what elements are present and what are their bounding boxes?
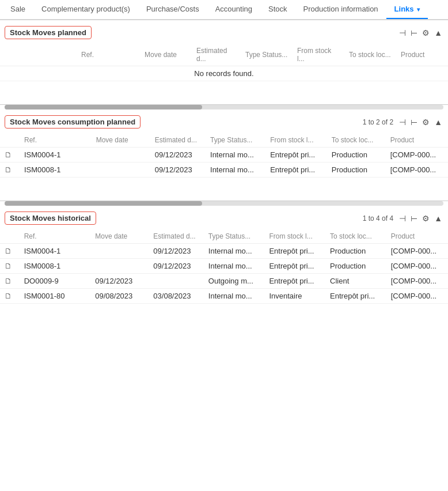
consumption-table-row[interactable]: 🗋 ISM0008-1 09/12/2023 Internal mo... En… — [0, 163, 448, 177]
planned-first-icon[interactable]: ⊣ — [398, 28, 407, 37]
section-consumption-planned: Stock Moves consumption planned 1 to 2 o… — [0, 104, 448, 201]
planned-next-icon[interactable]: ⊢ — [409, 28, 419, 37]
planned-collapse-icon[interactable]: ▲ — [433, 28, 443, 37]
section-historical: Stock Moves historical 1 to 4 of 4 ⊣ ⊢ ⚙… — [0, 201, 448, 304]
consumption-col-movedate: Move date — [92, 133, 150, 148]
historical-col-icon — [0, 229, 20, 244]
section-historical-controls: 1 to 4 of 4 ⊣ ⊢ ⚙ ▲ — [363, 214, 443, 223]
historical-col-to: To stock loc... — [325, 229, 386, 244]
consumption-row-movedate — [92, 148, 150, 163]
planned-gear-icon[interactable]: ⚙ — [421, 28, 431, 37]
historical-collapse-icon[interactable]: ▲ — [433, 214, 443, 223]
consumption-collapse-icon[interactable]: ▲ — [433, 118, 443, 127]
historical-gear-icon[interactable]: ⚙ — [421, 214, 431, 223]
consumption-row-to: Production — [327, 163, 386, 177]
consumption-col-to: To stock loc... — [327, 133, 386, 148]
consumption-next-icon[interactable]: ⊢ — [409, 118, 419, 127]
consumption-row-doc-icon: 🗋 — [0, 163, 20, 177]
consumption-row-ref: ISM0008-1 — [20, 163, 92, 177]
historical-row-estd: 09/12/2023 — [149, 244, 203, 259]
historical-row-to: Production — [325, 244, 386, 259]
section-planned-title: Stock Moves planned — [5, 26, 92, 39]
consumption-row-estd: 09/12/2023 — [150, 163, 206, 177]
planned-col-type: Type Status... — [241, 44, 293, 66]
historical-row-to: Entrepôt pri... — [325, 289, 386, 304]
historical-row-product: [COMP-000... — [386, 274, 448, 289]
historical-col-movedate: Move date — [90, 229, 149, 244]
historical-row-movedate — [90, 244, 149, 259]
consumption-gear-icon[interactable]: ⚙ — [421, 118, 431, 127]
historical-row-type: Internal mo... — [204, 289, 265, 304]
historical-row-type: Internal mo... — [204, 259, 265, 274]
tab-purchase-costs[interactable]: Purchase/Costs — [138, 0, 207, 19]
consumption-table-row[interactable]: 🗋 ISM0004-1 09/12/2023 Internal mo... En… — [0, 148, 448, 163]
consumption-row-estd: 09/12/2023 — [150, 148, 206, 163]
historical-row-movedate: 09/08/2023 — [90, 289, 149, 304]
planned-col-movedate: Move date — [140, 44, 192, 66]
consumption-pagination: 1 to 2 of 2 — [363, 118, 393, 126]
consumption-scroll-thumb — [5, 105, 202, 109]
tab-complementary[interactable]: Complementary product(s) — [33, 0, 138, 19]
planned-col-ref: Ref. — [77, 44, 140, 66]
tab-accounting[interactable]: Accounting — [207, 0, 260, 19]
planned-no-records-row: No records found. — [0, 66, 448, 81]
section-stock-moves-planned: Stock Moves planned ⊣ ⊢ ⚙ ▲ Ref. Move da… — [0, 20, 448, 104]
historical-table-header-row: Ref. Move date Estimated d... Type Statu… — [0, 229, 448, 244]
historical-row-ref: ISM0004-1 — [20, 244, 91, 259]
consumption-row-type: Internal mo... — [206, 148, 265, 163]
historical-pagination: 1 to 4 of 4 — [363, 214, 393, 222]
historical-scroll-strip[interactable] — [5, 201, 443, 206]
planned-table-header-row: Ref. Move date Estimated d... Type Statu… — [0, 44, 448, 66]
tab-stock[interactable]: Stock — [260, 0, 295, 19]
consumption-row-type: Internal mo... — [206, 163, 265, 177]
nav-tabs: Sale Complementary product(s) Purchase/C… — [0, 0, 448, 20]
historical-row-estd: 03/08/2023 — [149, 289, 203, 304]
section-consumption-title: Stock Moves consumption planned — [5, 115, 141, 129]
historical-table: Ref. Move date Estimated d... Type Statu… — [0, 229, 448, 304]
planned-no-records: No records found. — [0, 66, 448, 81]
historical-row-movedate: 09/12/2023 — [90, 274, 149, 289]
historical-row-ref: ISM0008-1 — [20, 259, 91, 274]
links-caret-icon: ▾ — [417, 6, 420, 13]
historical-table-row[interactable]: 🗋 ISM0008-1 09/12/2023 Internal mo... En… — [0, 259, 448, 274]
historical-table-row[interactable]: 🗋 DO0009-9 09/12/2023 Outgoing m... Entr… — [0, 274, 448, 289]
historical-scroll-thumb — [5, 201, 202, 206]
consumption-col-ref: Ref. — [20, 133, 92, 148]
consumption-col-estd: Estimated d... — [150, 133, 206, 148]
planned-col-estd: Estimated d... — [192, 44, 241, 66]
historical-row-ref: DO0009-9 — [20, 274, 91, 289]
tab-sale[interactable]: Sale — [2, 0, 33, 19]
historical-col-ref: Ref. — [20, 229, 91, 244]
historical-row-doc-icon: 🗋 — [0, 259, 20, 274]
historical-row-to: Production — [325, 259, 386, 274]
historical-table-row[interactable]: 🗋 ISM0001-80 09/08/2023 03/08/2023 Inter… — [0, 289, 448, 304]
tab-production-info[interactable]: Production information — [295, 0, 386, 19]
historical-row-from: Entrepôt pri... — [264, 244, 325, 259]
consumption-scroll-strip[interactable] — [5, 105, 443, 109]
consumption-row-from: Entrepôt pri... — [265, 163, 327, 177]
consumption-table-header-row: Ref. Move date Estimated d... Type Statu… — [0, 133, 448, 148]
historical-row-type: Outgoing m... — [204, 274, 265, 289]
historical-row-doc-icon: 🗋 — [0, 289, 20, 304]
tab-links[interactable]: Links ▾ — [386, 0, 428, 19]
consumption-table: Ref. Move date Estimated d... Type Statu… — [0, 133, 448, 177]
section-consumption-header: Stock Moves consumption planned 1 to 2 o… — [0, 109, 448, 132]
section-historical-title: Stock Moves historical — [5, 211, 96, 225]
historical-row-doc-icon: 🗋 — [0, 274, 20, 289]
historical-row-movedate — [90, 259, 149, 274]
planned-col-to: To stock loc... — [344, 44, 396, 66]
historical-row-ref: ISM0001-80 — [20, 289, 91, 304]
historical-row-type: Internal mo... — [204, 244, 265, 259]
historical-row-to: Client — [325, 274, 386, 289]
planned-table: Ref. Move date Estimated d... Type Statu… — [0, 44, 448, 81]
historical-row-from: Entrepôt pri... — [264, 274, 325, 289]
section-planned-controls: ⊣ ⊢ ⚙ ▲ — [398, 28, 443, 37]
historical-row-from: Inventaire — [264, 289, 325, 304]
historical-table-row[interactable]: 🗋 ISM0004-1 09/12/2023 Internal mo... En… — [0, 244, 448, 259]
consumption-first-icon[interactable]: ⊣ — [398, 118, 407, 127]
historical-next-icon[interactable]: ⊢ — [409, 214, 419, 223]
consumption-row-product: [COMP-000... — [386, 148, 448, 163]
historical-row-product: [COMP-000... — [386, 244, 448, 259]
consumption-col-from: From stock l... — [265, 133, 327, 148]
historical-first-icon[interactable]: ⊣ — [398, 214, 407, 223]
